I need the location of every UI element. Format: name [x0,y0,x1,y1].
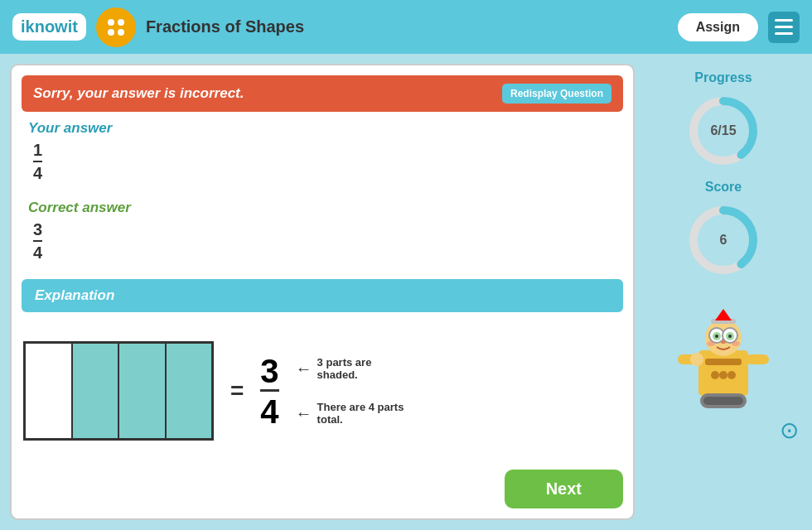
progress-circle: 6/15 [686,94,761,168]
main-area: Sorry, your answer is incorrect. Redispl… [0,54,812,530]
left-arrow-icon: ← [296,359,312,378]
incorrect-message: Sorry, your answer is incorrect. [33,85,244,102]
svg-point-17 [728,335,732,338]
svg-point-23 [690,353,703,366]
your-answer-denominator: 4 [33,162,42,183]
your-answer-label: Your answer [28,120,616,137]
explanation-header: Explanation [22,279,623,312]
logo: iknowit [12,13,86,41]
score-circle: 6 [686,203,761,277]
hamburger-line [775,32,793,35]
correct-answer-numerator: 3 [33,219,42,242]
left-panel: Sorry, your answer is incorrect. Redispl… [10,64,635,520]
assign-button[interactable]: Assign [678,13,758,41]
header: iknowit Fractions of Shapes Assign [0,0,812,54]
explanation-denominator: 4 [260,392,278,428]
shape-part-4 [167,344,212,438]
svg-marker-11 [715,309,732,320]
arrow-row-top: ← 3 parts are shaded. [296,356,408,381]
progress-label: Progress [694,70,752,85]
topic-icon [96,7,136,47]
shape-part-3 [119,344,167,438]
svg-point-20 [732,341,740,346]
explanation-body: = 3 4 ← 3 parts are shaded. ← There are … [12,312,633,470]
correct-answer-fraction: 3 4 [33,219,42,263]
menu-button[interactable] [768,12,800,43]
svg-point-3 [118,29,124,36]
total-label: There are 4 parts total. [317,401,408,426]
arrow-labels: ← 3 parts are shaded. ← There are 4 part… [296,356,408,426]
left-arrow-icon-2: ← [296,404,312,423]
correct-answer-denominator: 4 [33,242,42,263]
score-label: Score [705,180,742,195]
shape-part-1 [26,344,73,438]
svg-point-26 [719,371,727,379]
your-answer-numerator: 1 [33,140,42,162]
correct-answer-section: Correct answer 3 4 [12,191,633,271]
character-illustration [674,292,773,408]
explanation-fraction: 3 4 [260,354,278,428]
svg-point-0 [108,19,114,26]
score-value: 6 [720,233,727,248]
redisplay-button[interactable]: Redisplay Question [502,84,611,104]
shaded-label: 3 parts are shaded. [317,356,408,381]
svg-rect-29 [703,397,743,405]
hamburger-line [775,26,793,28]
explanation-title: Explanation [35,287,114,303]
svg-point-25 [711,371,719,379]
shape-part-2 [73,344,120,438]
svg-point-1 [118,19,124,26]
explanation-numerator: 3 [260,354,278,392]
logo-text: iknowit [21,17,78,36]
svg-point-16 [715,335,718,338]
incorrect-banner: Sorry, your answer is incorrect. Redispl… [22,75,623,112]
svg-point-27 [727,371,736,379]
arrow-row-bottom: ← There are 4 parts total. [296,401,408,426]
your-answer-section: Your answer 1 4 [12,112,633,191]
back-arrow-icon[interactable]: ⊙ [780,417,802,444]
correct-answer-label: Correct answer [28,200,616,216]
next-button-area: Next [12,470,633,518]
hamburger-line [775,19,793,22]
next-button[interactable]: Next [505,470,623,508]
your-answer-fraction: 1 4 [33,140,42,183]
progress-value: 6/15 [710,123,736,138]
svg-rect-24 [705,359,742,365]
equals-sign: = [230,378,244,404]
svg-rect-22 [746,354,769,364]
svg-point-19 [707,341,715,346]
svg-point-18 [721,340,726,344]
svg-point-2 [108,29,114,36]
page-title: Fractions of Shapes [146,17,668,36]
shape-diagram [23,341,214,441]
right-panel: Progress 6/15 Score 6 [645,64,802,520]
